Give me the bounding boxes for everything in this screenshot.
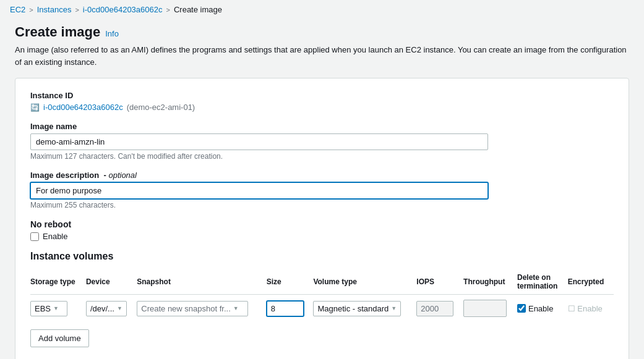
copy-icon[interactable]: 🔄: [30, 103, 40, 112]
volume-type-cell: Magnetic - standard ▼: [313, 295, 416, 323]
instance-id-field: Instance ID 🔄 i-0cd00e64203a6062c (demo-…: [30, 91, 614, 112]
optional-label: optional: [108, 171, 137, 180]
volumes-table: Storage type Device Snapshot Size Volume…: [30, 269, 614, 322]
create-image-card: Instance ID 🔄 i-0cd00e64203a6062c (demo-…: [15, 78, 629, 359]
col-device: Device: [86, 269, 137, 295]
page-header: Create image Info: [15, 24, 629, 40]
image-description-input[interactable]: [30, 182, 488, 199]
snapshot-cell: Create new snapshot fr... ▼: [137, 295, 266, 323]
delete-on-termination-checkbox[interactable]: [517, 304, 526, 313]
breadcrumb-sep-1: >: [29, 6, 33, 14]
device-select[interactable]: /dev/... ▼: [86, 301, 127, 316]
storage-type-cell: EBS ▼: [30, 295, 86, 323]
breadcrumb: EC2 > Instances > i-0cd00e64203a6062c > …: [0, 0, 644, 19]
snapshot-chevron-icon: ▼: [233, 305, 239, 311]
breadcrumb-sep-2: >: [75, 6, 79, 14]
image-description-field: Image description - optional Maximum 255…: [30, 171, 614, 209]
col-volume-type: Volume type: [313, 269, 416, 295]
instance-name: (demo-ec2-ami-01): [127, 103, 195, 112]
col-throughput: Throughput: [463, 269, 517, 295]
delete-on-termination-label: Enable: [528, 304, 553, 313]
iops-input: [416, 301, 453, 316]
instance-id-row: 🔄 i-0cd00e64203a6062c (demo-ec2-ami-01): [30, 103, 614, 112]
volume-type-select[interactable]: Magnetic - standard ▼: [313, 301, 401, 316]
col-snapshot: Snapshot: [137, 269, 266, 295]
snapshot-select[interactable]: Create new snapshot fr... ▼: [137, 301, 248, 316]
instance-volumes-section: Instance volumes Storage type Device Sna…: [30, 251, 614, 359]
image-name-hint: Maximum 127 characters. Can't be modifie…: [30, 152, 614, 161]
throughput-cell: [463, 295, 517, 323]
instance-id-label: Instance ID: [30, 91, 614, 100]
breadcrumb-instance-id[interactable]: i-0cd00e64203a6062c: [83, 5, 163, 14]
size-cell: [267, 295, 314, 323]
volumes-table-header-row: Storage type Device Snapshot Size Volume…: [30, 269, 614, 295]
page-content: Create image Info An image (also referre…: [0, 19, 644, 359]
breadcrumb-ec2[interactable]: EC2: [10, 5, 25, 14]
volumes-table-head: Storage type Device Snapshot Size Volume…: [30, 269, 614, 295]
image-name-input[interactable]: [30, 133, 488, 150]
device-cell: /dev/... ▼: [86, 295, 137, 323]
page-description: An image (also referred to as an AMI) de…: [15, 44, 629, 68]
encrypted-label: ☐ Enable: [568, 304, 603, 313]
col-storage-type: Storage type: [30, 269, 86, 295]
no-reboot-label: No reboot: [30, 219, 614, 229]
volume-type-value: Magnetic - standard: [317, 304, 389, 313]
breadcrumb-current: Create image: [174, 5, 222, 14]
instance-id-link[interactable]: i-0cd00e64203a6062c: [43, 103, 123, 112]
delete-on-termination-cell: Enable: [517, 295, 568, 323]
device-value: /dev/...: [90, 304, 114, 313]
image-description-label: Image description - optional: [30, 171, 614, 180]
throughput-box: [463, 300, 507, 317]
table-row: EBS ▼ /dev/... ▼: [30, 295, 614, 323]
encrypted-cell: ☐ Enable: [568, 295, 614, 323]
delete-on-termination-row: Enable: [517, 304, 563, 313]
device-chevron-icon: ▼: [117, 305, 122, 311]
storage-type-value: EBS: [35, 304, 51, 313]
col-encrypted: Encrypted: [568, 269, 614, 295]
no-reboot-row: Enable: [30, 232, 614, 241]
storage-type-select[interactable]: EBS ▼: [30, 301, 67, 316]
breadcrumb-sep-3: >: [166, 6, 170, 14]
snapshot-value: Create new snapshot fr...: [141, 304, 231, 313]
volume-type-chevron-icon: ▼: [391, 305, 397, 311]
col-delete-on-termination: Delete ontermination: [517, 269, 568, 295]
no-reboot-checkbox[interactable]: [30, 232, 39, 241]
image-name-field: Image name Maximum 127 characters. Can't…: [30, 122, 614, 161]
size-input[interactable]: [267, 301, 304, 316]
iops-cell: [416, 295, 463, 323]
col-iops: IOPS: [416, 269, 463, 295]
image-name-label: Image name: [30, 122, 614, 131]
col-size: Size: [267, 269, 314, 295]
no-reboot-field: No reboot Enable: [30, 219, 614, 241]
volumes-table-body: EBS ▼ /dev/... ▼: [30, 295, 614, 323]
info-link[interactable]: Info: [105, 29, 119, 38]
storage-type-chevron-icon: ▼: [53, 305, 59, 311]
page-title: Create image: [15, 24, 100, 40]
add-volume-button[interactable]: Add volume: [30, 329, 89, 347]
breadcrumb-instances[interactable]: Instances: [37, 5, 72, 14]
image-description-hint: Maximum 255 characters.: [30, 201, 614, 209]
instance-volumes-title: Instance volumes: [30, 251, 614, 262]
no-reboot-checkbox-label: Enable: [43, 232, 67, 241]
